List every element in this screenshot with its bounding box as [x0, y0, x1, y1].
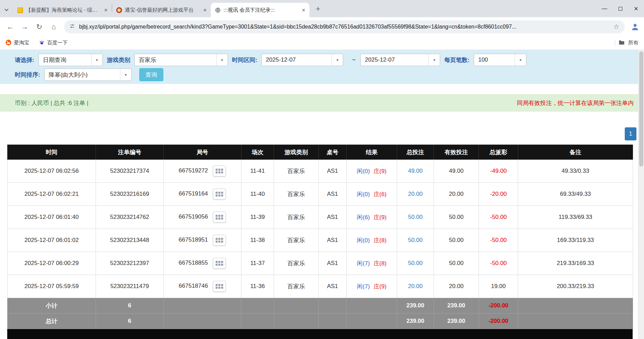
cell-round-no: 667519056 [164, 206, 241, 229]
column-header: 时间 [8, 145, 96, 160]
cell-total-bet[interactable]: 50.00 [397, 229, 434, 252]
subtotal-count: 6 [96, 298, 164, 314]
chevron-down-icon[interactable]: ▼ [216, 54, 228, 66]
bookmark-taobao[interactable]: 爱淘宝 [6, 40, 29, 46]
cell-total-bet[interactable]: 50.00 [397, 252, 434, 275]
refresh-icon[interactable]: ↻ [32, 20, 46, 34]
roadmap-icon[interactable] [213, 166, 226, 177]
total-total-bet: 239.00 [397, 314, 434, 329]
cell-table-no: AS1 [319, 183, 347, 206]
page-size-select[interactable]: 100 ▼ [474, 54, 526, 66]
filter-panel: 请选择: 日期查询 ▼ 游戏类别 百家乐 ▼ 时间区间: 2025-12-07 … [0, 50, 644, 84]
column-header: 注单编号 [96, 145, 164, 160]
cell-total-bet[interactable]: 50.00 [397, 206, 434, 229]
page-size-value: 100 [474, 54, 515, 66]
cell-valid-bet: 50.00 [434, 206, 479, 229]
roadmap-icon[interactable] [213, 281, 226, 292]
cell-time: 2025-12-07 06:01:40 [8, 206, 96, 229]
date-from-value: 2025-12-07 [262, 54, 331, 66]
table-row: 2025-12-07 06:02:21 523023216169 6675191… [8, 183, 633, 206]
roadmap-icon[interactable] [213, 258, 226, 269]
search-button[interactable]: 查询 [139, 68, 163, 81]
subtotal-row: 小计 6 239.00 239.00 -200.00 [8, 298, 633, 314]
close-window-button[interactable]: ✕ [628, 0, 644, 17]
column-header: 有效投注 [434, 145, 479, 160]
vertical-scrollbar[interactable] [638, 50, 644, 339]
roadmap-icon[interactable] [213, 235, 226, 246]
bookmark-label: 百度一下 [47, 40, 68, 46]
close-tab-icon[interactable]: ✕ [301, 8, 307, 13]
result-banker: 庄(9) [373, 214, 386, 221]
cell-time: 2025-12-07 06:02:21 [8, 183, 96, 206]
back-icon[interactable]: ← [3, 20, 17, 34]
chevron-down-icon[interactable]: ▼ [120, 69, 131, 81]
maximize-button[interactable] [612, 0, 628, 17]
cell-valid-bet: 49.00 [434, 160, 479, 183]
cell-table-no: AS1 [319, 160, 347, 183]
tab-search-chevron-icon[interactable] [0, 3, 13, 17]
cell-payout: -49.00 [479, 160, 518, 183]
column-header: 总投注 [397, 145, 434, 160]
date-from-select[interactable]: 2025-12-07 ▼ [261, 54, 343, 66]
total-label: 总计 [8, 314, 96, 329]
cell-round-no: 667518746 [164, 275, 241, 298]
table-row: 2025-12-07 05:59:59 523023211479 6675187… [8, 275, 633, 298]
next-section-header [7, 329, 633, 339]
browser-window: 【新提醒】海燕策略论坛 - 综合... ✕ 通宝-信誉最好的网上游戏平台 ✕ :… [0, 0, 644, 339]
home-icon[interactable]: ⌂ [47, 20, 61, 34]
roadmap-icon[interactable] [213, 189, 226, 200]
tab-forum[interactable]: 【新提醒】海燕策略论坛 - 综合... ✕ [13, 3, 112, 17]
sort-select[interactable]: 降幂(由大到小) ▼ [44, 68, 132, 81]
cell-game: 百家乐 [274, 252, 319, 275]
profile-avatar[interactable] [630, 21, 641, 32]
cell-payout: -50.00 [479, 252, 518, 275]
column-header: 局号 [164, 145, 241, 160]
tab-title: 通宝-信誉最好的网上游戏平台 [125, 3, 199, 17]
result-banker: 庄(8) [373, 260, 386, 267]
round-no-text: 667519056 [179, 213, 208, 220]
new-tab-button[interactable]: + [312, 3, 324, 15]
bookmark-baidu[interactable]: 百度一下 [39, 40, 68, 46]
cell-result: 闲(0) 庄(9) [347, 160, 397, 183]
globe-favicon [215, 7, 221, 13]
game-type-select[interactable]: 百家乐 ▼ [134, 54, 228, 66]
bookmark-star-icon[interactable]: ☆ [613, 23, 619, 31]
date-to-select[interactable]: 2025-12-07 ▼ [360, 54, 440, 66]
cell-total-bet[interactable]: 20.00 [397, 275, 434, 298]
folder-icon [619, 40, 625, 46]
bookmarks-overflow[interactable]: 所有 [615, 40, 638, 46]
minimize-button[interactable]: — [597, 0, 612, 17]
roadmap-icon[interactable] [213, 212, 226, 223]
sort-value: 降幂(由大到小) [45, 69, 120, 81]
filter-row-1: 请选择: 日期查询 ▼ 游戏类别 百家乐 ▼ 时间区间: 2025-12-07 … [15, 54, 630, 66]
round-no-text: 667518746 [179, 283, 208, 289]
scrollbar-thumb[interactable] [639, 51, 643, 167]
cell-result: 闲(0) 庄(6) [347, 183, 397, 206]
site-settings-icon[interactable] [69, 23, 75, 30]
address-bar[interactable]: bjbj.xyz/ipl/portal.php/game/betrecord_s… [64, 20, 625, 33]
tab-title: :::视讯 会员下注纪录::: [223, 3, 298, 17]
result-player: 闲(7) [357, 283, 370, 290]
chevron-down-icon[interactable]: ▼ [331, 54, 343, 66]
summary-info: 币别 : 人民币 | 总共 :6 注单 | [15, 99, 88, 107]
cell-bet-no: 523023217374 [96, 160, 164, 183]
close-tab-icon[interactable]: ✕ [202, 8, 208, 13]
cell-total-bet[interactable]: 49.00 [397, 160, 434, 183]
chevron-down-icon[interactable]: ▼ [428, 54, 440, 66]
forward-icon[interactable]: → [18, 20, 32, 34]
cell-time: 2025-12-07 05:59:59 [8, 275, 96, 298]
chevron-down-icon[interactable]: ▼ [515, 54, 526, 66]
tab-bet-records-active[interactable]: :::视讯 会员下注纪录::: ✕ [211, 3, 309, 17]
query-type-select[interactable]: 日期查询 ▼ [39, 54, 103, 66]
cell-time: 2025-12-07 06:01:02 [8, 229, 96, 252]
cell-result: 闲(7) 庄(8) [347, 252, 397, 275]
close-tab-icon[interactable]: ✕ [103, 8, 109, 13]
cell-result: 闲(7) 庄(9) [347, 275, 397, 298]
tab-tongbao[interactable]: 通宝-信誉最好的网上游戏平台 ✕ [112, 3, 211, 17]
page-1-button[interactable]: 1 [625, 127, 636, 140]
cell-total-bet[interactable]: 20.00 [397, 183, 434, 206]
chevron-down-icon[interactable]: ▼ [91, 54, 102, 66]
round-no-text: 667519164 [179, 190, 208, 197]
bookmarks-divider [615, 40, 615, 46]
cell-payout: -20.00 [479, 183, 518, 206]
